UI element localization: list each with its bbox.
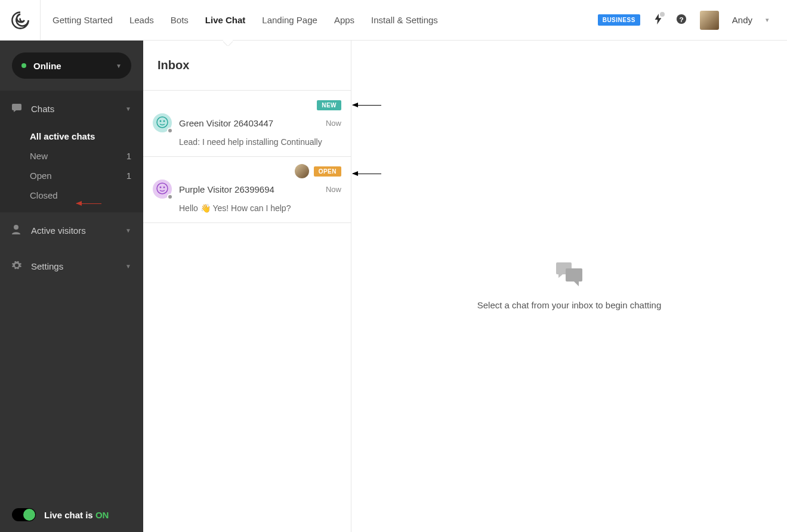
empty-state-text: Select a chat from your inbox to begin c… [477, 300, 662, 310]
section-label: Chats [31, 104, 125, 114]
chat-icon [12, 104, 23, 114]
notification-dot [660, 12, 665, 17]
live-chat-toggle[interactable] [12, 508, 36, 521]
nav-links: Getting StartedLeadsBotsLive ChatLanding… [41, 15, 438, 25]
nav-link-bots[interactable]: Bots [171, 15, 189, 25]
sidebar-item-label: Open [30, 171, 52, 181]
live-chat-toggle-row: Live chat is ON [0, 508, 143, 521]
conversation-time: Now [326, 119, 341, 128]
nav-link-getting-started[interactable]: Getting Started [53, 15, 113, 25]
nav-link-install-settings[interactable]: Install & Settings [371, 15, 438, 25]
conversation-item[interactable]: NEWGreen Visitor 26403447NowLead: I need… [143, 91, 351, 157]
svg-point-8 [160, 186, 162, 188]
person-icon [12, 225, 23, 236]
presence-dot-icon [167, 194, 173, 200]
chevron-down-icon: ▼ [125, 227, 131, 234]
logo[interactable] [0, 0, 41, 41]
visitor-avatar [153, 180, 172, 199]
sidebar-item-label: New [30, 151, 48, 161]
annotation-arrow [76, 203, 101, 204]
sidebar-item-count: 1 [126, 171, 131, 181]
annotation-arrow [353, 174, 381, 174]
svg-point-3 [14, 225, 18, 230]
sidebar-section-visitors[interactable]: Active visitors ▼ [0, 212, 143, 248]
svg-point-5 [160, 120, 162, 122]
status-badge: OPEN [314, 166, 341, 177]
status-label: Online [33, 61, 116, 71]
top-nav: Getting StartedLeadsBotsLive ChatLanding… [0, 0, 787, 41]
gear-icon [12, 261, 23, 272]
chevron-down-icon[interactable]: ▾ [766, 16, 769, 24]
svg-point-6 [163, 120, 165, 122]
chevron-down-icon: ▼ [125, 263, 131, 270]
activity-button[interactable] [653, 14, 663, 26]
sidebar-item-label: All active chats [30, 131, 95, 141]
sidebar-section-settings[interactable]: Settings ▼ [0, 248, 143, 284]
annotation-arrow [353, 105, 381, 106]
sidebar-item-closed[interactable]: Closed [0, 185, 143, 205]
chevron-down-icon: ▼ [116, 63, 122, 69]
presence-dot-icon [167, 128, 173, 134]
nav-link-live-chat[interactable]: Live Chat [205, 15, 246, 25]
user-avatar[interactable] [700, 11, 719, 30]
sidebar-item-new[interactable]: New1 [0, 146, 143, 166]
nav-right: BUSINESS ? Andy ▾ [598, 11, 787, 30]
chat-bubbles-icon [556, 262, 582, 288]
sidebar-item-open[interactable]: Open1 [0, 166, 143, 185]
svg-rect-2 [12, 104, 21, 110]
inbox-header: Inbox [143, 41, 351, 91]
sidebar: Online ▼ Chats ▼ All active chatsNew1Ope… [0, 41, 143, 532]
user-name[interactable]: Andy [732, 15, 752, 25]
nav-link-apps[interactable]: Apps [334, 15, 354, 25]
nav-link-landing-page[interactable]: Landing Page [262, 15, 317, 25]
conversation-time: Now [326, 185, 341, 194]
svg-point-9 [163, 186, 165, 188]
svg-rect-11 [566, 268, 582, 282]
help-button[interactable]: ? [676, 14, 687, 26]
sidebar-item-all-active-chats[interactable]: All active chats [0, 126, 143, 146]
svg-point-7 [157, 183, 168, 194]
chat-main-pane: Select a chat from your inbox to begin c… [351, 41, 787, 532]
nav-link-leads[interactable]: Leads [129, 15, 154, 25]
sidebar-section-chats[interactable]: Chats ▼ [0, 91, 143, 126]
chevron-down-icon: ▼ [125, 106, 131, 112]
conversation-preview: Lead: I need help installing Continually [179, 137, 341, 147]
svg-point-4 [157, 117, 168, 128]
svg-text:?: ? [679, 16, 683, 23]
help-icon: ? [676, 14, 687, 24]
toggle-label: Live chat is ON [44, 510, 109, 520]
visitor-avatar [153, 113, 172, 132]
conversation-preview: Hello 👋 Yes! How can I help? [179, 203, 341, 213]
inbox-title: Inbox [158, 58, 189, 72]
plan-badge: BUSINESS [598, 14, 640, 26]
sidebar-item-label: Closed [30, 190, 58, 200]
agent-avatar [295, 164, 309, 178]
visitor-name: Green Visitor 26403447 [179, 118, 326, 128]
status-badge: NEW [317, 100, 341, 110]
face-icon [156, 183, 168, 196]
visitor-name: Purple Visitor 26399694 [179, 184, 326, 194]
status-dot-icon [21, 63, 26, 68]
conversation-item[interactable]: OPENPurple Visitor 26399694NowHello 👋 Ye… [143, 157, 351, 223]
status-selector[interactable]: Online ▼ [12, 52, 131, 79]
inbox-column: Inbox NEWGreen Visitor 26403447NowLead: … [143, 41, 351, 532]
section-label: Active visitors [31, 225, 125, 236]
chats-sublist: All active chatsNew1Open1Closed [0, 126, 143, 212]
sidebar-item-count: 1 [126, 151, 131, 161]
spiral-logo-icon [10, 10, 30, 30]
face-icon [156, 116, 168, 130]
section-label: Settings [31, 261, 125, 271]
